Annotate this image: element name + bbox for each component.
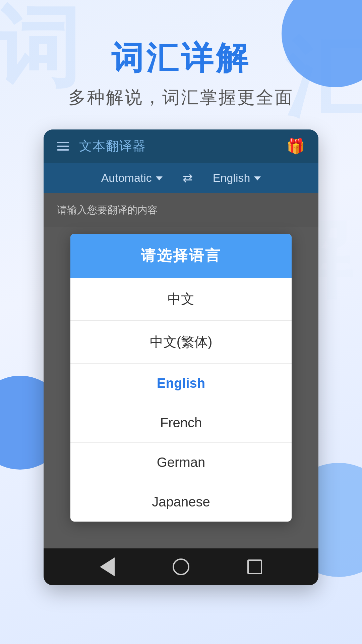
lang-item[interactable]: German <box>70 443 292 482</box>
language-list: 中文中文(繁体)EnglishFrenchGermanJapanese <box>70 278 292 522</box>
recents-icon <box>247 559 262 574</box>
source-lang-selector[interactable]: Automatic <box>101 171 163 184</box>
lang-item[interactable]: 中文(繁体) <box>70 321 292 364</box>
dialog-header: 请选择语言 <box>70 234 292 278</box>
source-lang-arrow <box>156 176 163 180</box>
lang-item[interactable]: English <box>70 364 292 403</box>
source-lang-label: Automatic <box>101 171 152 184</box>
back-icon <box>100 557 115 576</box>
app-mockup: 文本翻译器 🎁 Automatic ⇄ English 请输入您要翻译的内容 <box>44 129 318 585</box>
lang-bar: Automatic ⇄ English <box>44 163 318 193</box>
bottom-nav <box>44 548 318 585</box>
page-content: 词汇详解 多种解说，词汇掌握更全面 文本翻译器 🎁 Automatic ⇄ <box>0 0 362 585</box>
swap-icon[interactable]: ⇄ <box>183 171 193 185</box>
app-name-label: 文本翻译器 <box>79 138 146 155</box>
nav-back-button[interactable] <box>98 557 117 576</box>
input-area: 请输入您要翻译的内容 <box>44 193 318 227</box>
hamburger-icon[interactable] <box>57 142 69 151</box>
lang-item[interactable]: 中文 <box>70 278 292 321</box>
topbar-left: 文本翻译器 <box>57 138 146 155</box>
sub-title: 多种解说，词汇掌握更全面 <box>68 86 294 109</box>
target-lang-label: English <box>213 171 250 184</box>
language-dialog: 请选择语言 中文中文(繁体)EnglishFrenchGermanJapanes… <box>70 234 292 522</box>
dialog-container: 请选择语言 中文中文(繁体)EnglishFrenchGermanJapanes… <box>44 227 318 548</box>
target-lang-selector[interactable]: English <box>213 171 261 184</box>
dialog-title: 请选择语言 <box>141 247 221 264</box>
target-lang-arrow <box>254 176 261 180</box>
lang-item[interactable]: French <box>70 403 292 443</box>
nav-recents-button[interactable] <box>246 557 264 576</box>
gift-icon[interactable]: 🎁 <box>287 138 305 155</box>
input-placeholder-text: 请输入您要翻译的内容 <box>57 204 158 215</box>
dialog-bg: 请选择语言 中文中文(繁体)EnglishFrenchGermanJapanes… <box>44 227 318 548</box>
title-area: 词汇详解 多种解说，词汇掌握更全面 <box>68 40 294 109</box>
app-topbar: 文本翻译器 🎁 <box>44 129 318 163</box>
nav-home-button[interactable] <box>172 557 190 576</box>
home-icon <box>173 558 189 575</box>
lang-item[interactable]: Japanese <box>70 482 292 522</box>
main-title: 词汇详解 <box>68 40 294 76</box>
